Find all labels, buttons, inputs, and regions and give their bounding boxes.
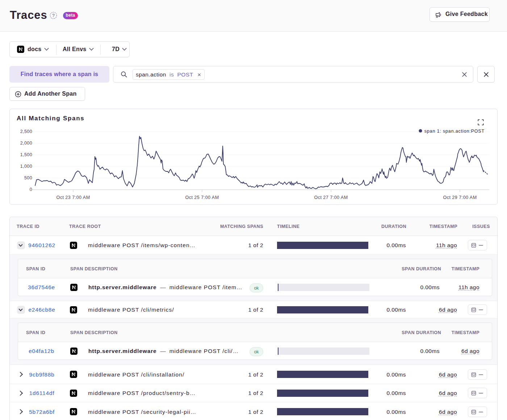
svg-text:?: ? — [52, 13, 55, 18]
